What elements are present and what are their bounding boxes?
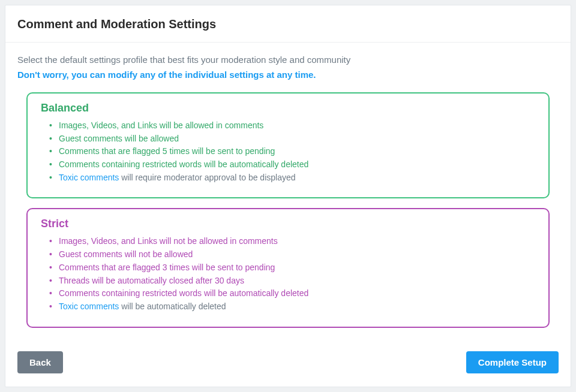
list-item-toxic: Toxic comments will be automatically del…	[49, 300, 535, 313]
toxic-comments-link[interactable]: Toxic comments	[59, 173, 119, 182]
complete-setup-button[interactable]: Complete Setup	[466, 351, 559, 373]
list-item: Comments that are flagged 5 times will b…	[49, 145, 535, 158]
page-title: Comment and Moderation Settings	[17, 17, 559, 31]
profile-option-balanced[interactable]: Balanced Images, Videos, and Links will …	[26, 92, 550, 198]
list-item: Images, Videos, and Links will not be al…	[49, 235, 535, 248]
list-item: Guest comments will not be allowed	[49, 248, 535, 261]
list-item: Threads will be automatically closed aft…	[49, 275, 535, 288]
profile-options: Balanced Images, Videos, and Links will …	[17, 92, 559, 328]
profile-option-strict[interactable]: Strict Images, Videos, and Links will no…	[26, 208, 550, 327]
list-item: Comments containing restricted words wil…	[49, 287, 535, 300]
back-button[interactable]: Back	[17, 351, 63, 373]
card-body: Select the default settings profile that…	[5, 43, 571, 340]
list-item: Guest comments will be allowed	[49, 132, 535, 146]
profile-list-balanced: Images, Videos, and Links will be allowe…	[41, 119, 535, 184]
list-item: Comments that are flagged 3 times will b…	[49, 261, 535, 275]
toxic-comments-link[interactable]: Toxic comments	[59, 301, 119, 311]
toxic-after-text: will require moderator approval to be di…	[119, 173, 295, 182]
card-header: Comment and Moderation Settings	[5, 5, 571, 43]
toxic-after-text: will be automatically deleted	[119, 301, 226, 311]
card-footer: Back Complete Setup	[5, 340, 571, 387]
settings-card: Comment and Moderation Settings Select t…	[5, 5, 571, 387]
profile-title-strict: Strict	[41, 218, 535, 230]
intro-highlight: Don't worry, you can modify any of the i…	[17, 68, 559, 82]
profile-title-balanced: Balanced	[41, 102, 535, 114]
list-item-toxic: Toxic comments will require moderator ap…	[49, 171, 535, 185]
profile-list-strict: Images, Videos, and Links will not be al…	[41, 235, 535, 313]
list-item: Comments containing restricted words wil…	[49, 158, 535, 171]
list-item: Images, Videos, and Links will be allowe…	[49, 119, 535, 132]
intro-text: Select the default settings profile that…	[17, 53, 559, 67]
